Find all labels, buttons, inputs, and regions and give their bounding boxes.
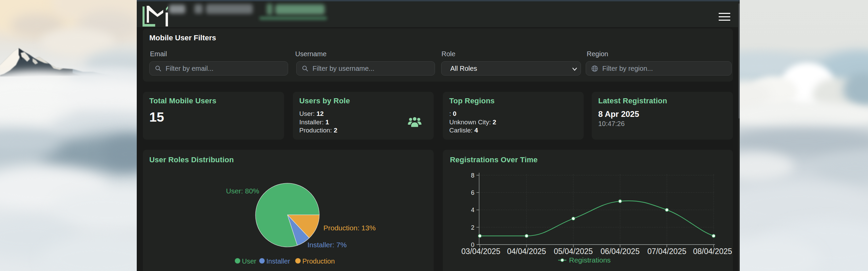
svg-text:4: 4	[471, 207, 474, 213]
svg-text:8: 8	[471, 172, 474, 179]
svg-text:06/04/2025: 06/04/2025	[601, 247, 640, 256]
svg-text:2: 2	[471, 224, 474, 231]
svg-text:04/04/2025: 04/04/2025	[507, 247, 546, 256]
svg-text:07/04/2025: 07/04/2025	[647, 247, 686, 256]
svg-text:6: 6	[471, 189, 474, 196]
svg-text:08/04/2025: 08/04/2025	[693, 247, 732, 256]
svg-text:03/04/2025: 03/04/2025	[461, 247, 500, 256]
svg-text:Registrations: Registrations	[569, 256, 611, 264]
svg-text:05/04/2025: 05/04/2025	[554, 247, 593, 256]
